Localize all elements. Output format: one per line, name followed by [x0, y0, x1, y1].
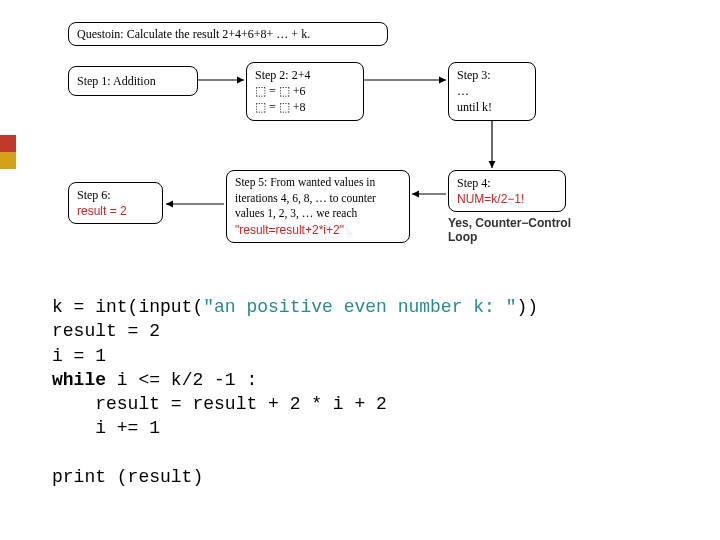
step6-title: Step 6: — [77, 188, 111, 202]
step3-line3: until k! — [457, 100, 492, 114]
code-l6: i += 1 — [52, 418, 160, 438]
step1-title: Step 1: Addition — [77, 74, 156, 88]
code-block: k = int(input("an positive even number k… — [52, 295, 538, 489]
step4-box: Step 4: NUM=k/2−1! — [448, 170, 566, 212]
code-l2: result = 2 — [52, 321, 160, 341]
step1-box: Step 1: Addition — [68, 66, 198, 96]
code-l8: print (result) — [52, 467, 203, 487]
code-l1-str: "an positive even number k: " — [203, 297, 516, 317]
step4-formula: NUM=k/2−1! — [457, 192, 524, 206]
step5-text: Step 5: From wanted values in iterations… — [235, 176, 376, 219]
step2-box: Step 2: 2+4 ⬚ = ⬚ +6 ⬚ = ⬚ +8 — [246, 62, 364, 121]
question-text: Questoin: Calculate the result 2+4+6+8+ … — [77, 27, 310, 41]
slide-accent-bar — [0, 135, 16, 169]
step5-box: Step 5: From wanted values in iterations… — [226, 170, 410, 243]
code-l4b: i <= k/2 -1 : — [106, 370, 257, 390]
step2-title: Step 2: 2+4 — [255, 68, 310, 82]
step3-line2: … — [457, 84, 469, 98]
step2-line3: ⬚ = ⬚ +8 — [255, 100, 306, 114]
code-l1c: )) — [517, 297, 539, 317]
step6-box: Step 6: result = 2 — [68, 182, 163, 224]
step4-title: Step 4: — [457, 176, 491, 190]
step3-title: Step 3: — [457, 68, 491, 82]
code-l1a: k = int(input( — [52, 297, 203, 317]
flow-diagram: Questoin: Calculate the result 2+4+6+8+ … — [60, 22, 680, 272]
code-l5: result = result + 2 * i + 2 — [52, 394, 387, 414]
step6-line2: result = 2 — [77, 204, 127, 218]
step4-caption: Yes, Counter−Control Loop — [448, 216, 588, 244]
question-box: Questoin: Calculate the result 2+4+6+8+ … — [68, 22, 388, 46]
step5-expr: "result=result+2*i+2" — [235, 223, 344, 237]
code-l3: i = 1 — [52, 346, 106, 366]
code-l4-kw: while — [52, 370, 106, 390]
step3-box: Step 3: … until k! — [448, 62, 536, 121]
step2-line2: ⬚ = ⬚ +6 — [255, 84, 306, 98]
